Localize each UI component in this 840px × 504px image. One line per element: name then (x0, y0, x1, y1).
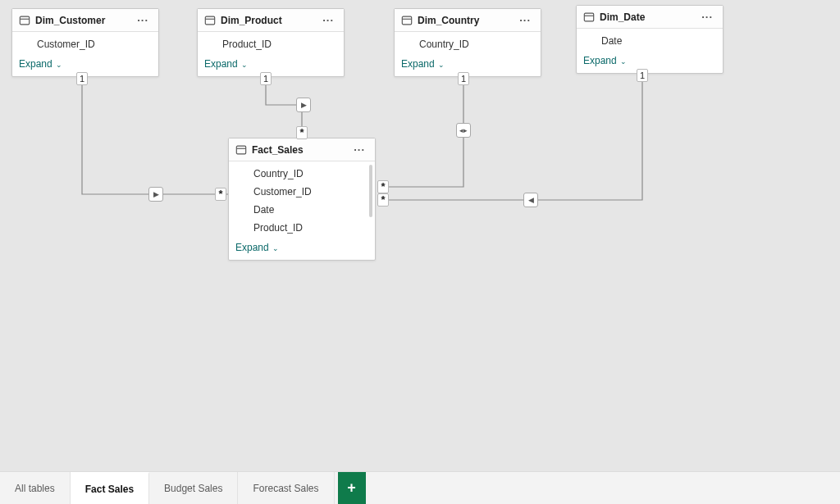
layout-tab-fact-sales[interactable]: Fact Sales (71, 472, 149, 504)
expand-button[interactable]: Expand ⌄ (577, 50, 723, 73)
svg-rect-2 (205, 16, 214, 25)
add-layout-button[interactable]: + (338, 472, 366, 504)
table-dim-product[interactable]: Dim_Product ··· Product_ID Expand ⌄ (197, 8, 345, 77)
table-menu-button[interactable]: ··· (698, 11, 716, 23)
svg-rect-6 (584, 13, 593, 21)
chevron-down-icon: ⌄ (438, 61, 445, 69)
table-field[interactable]: Country_ID (395, 35, 541, 53)
cardinality-many: * (377, 180, 389, 193)
table-menu-button[interactable]: ··· (134, 14, 152, 26)
chevron-down-icon: ⌄ (241, 61, 248, 69)
table-dim-country[interactable]: Dim_Country ··· Country_ID Expand ⌄ (394, 8, 541, 77)
filter-direction-icon[interactable]: ▶ (148, 187, 163, 202)
cardinality-many: * (296, 126, 308, 139)
table-title: Dim_Customer (35, 15, 105, 26)
cardinality-one: 1 (458, 72, 469, 85)
cardinality-one: 1 (76, 72, 88, 85)
cardinality-many: * (215, 188, 226, 201)
table-fact-sales[interactable]: Fact_Sales ··· Country_ID Customer_ID Da… (228, 138, 376, 261)
table-menu-button[interactable]: ··· (516, 14, 534, 26)
svg-rect-0 (20, 16, 29, 25)
table-dim-customer[interactable]: Dim_Customer ··· Customer_ID Expand ⌄ (11, 8, 159, 77)
filter-direction-icon[interactable]: ▶ (296, 98, 311, 112)
svg-rect-4 (402, 16, 411, 25)
chevron-down-icon: ⌄ (272, 245, 279, 252)
table-title: Fact_Sales (252, 144, 304, 156)
layout-tab-bar: All tables Fact Sales Budget Sales Forec… (0, 471, 840, 504)
model-canvas[interactable]: Dim_Customer ··· Customer_ID Expand ⌄ Di… (0, 0, 840, 471)
table-title: Dim_Product (221, 15, 282, 26)
table-menu-button[interactable]: ··· (350, 143, 368, 156)
layout-tab-all-tables[interactable]: All tables (0, 472, 71, 504)
table-field[interactable]: Product_ID (229, 219, 375, 237)
scrollbar-indicator[interactable] (369, 165, 372, 217)
table-field[interactable]: Product_ID (198, 35, 344, 53)
table-field[interactable]: Country_ID (229, 165, 375, 183)
table-icon (235, 144, 247, 156)
layout-tab-forecast-sales[interactable]: Forecast Sales (238, 472, 334, 504)
table-menu-button[interactable]: ··· (319, 14, 337, 26)
svg-rect-8 (236, 146, 245, 154)
chevron-down-icon: ⌄ (56, 61, 62, 69)
table-field[interactable]: Date (577, 32, 723, 50)
cardinality-one: 1 (637, 69, 648, 82)
filter-direction-icon[interactable]: ◀ (523, 193, 538, 207)
layout-tab-budget-sales[interactable]: Budget Sales (149, 472, 238, 504)
table-field[interactable]: Customer_ID (229, 183, 375, 201)
chevron-down-icon: ⌄ (620, 58, 627, 66)
table-icon (583, 11, 595, 23)
table-title: Dim_Country (418, 15, 479, 26)
table-dim-date[interactable]: Dim_Date ··· Date Expand ⌄ (576, 5, 724, 74)
table-field[interactable]: Date (229, 201, 375, 219)
cardinality-one: 1 (260, 72, 272, 85)
table-icon (204, 15, 216, 26)
table-field[interactable]: Customer_ID (12, 35, 158, 53)
expand-button[interactable]: Expand ⌄ (229, 237, 375, 260)
filter-direction-both-icon[interactable]: ◂▸ (456, 123, 471, 138)
table-icon (401, 15, 413, 26)
cardinality-many: * (377, 193, 389, 207)
table-title: Dim_Date (600, 11, 645, 23)
table-icon (19, 15, 30, 26)
